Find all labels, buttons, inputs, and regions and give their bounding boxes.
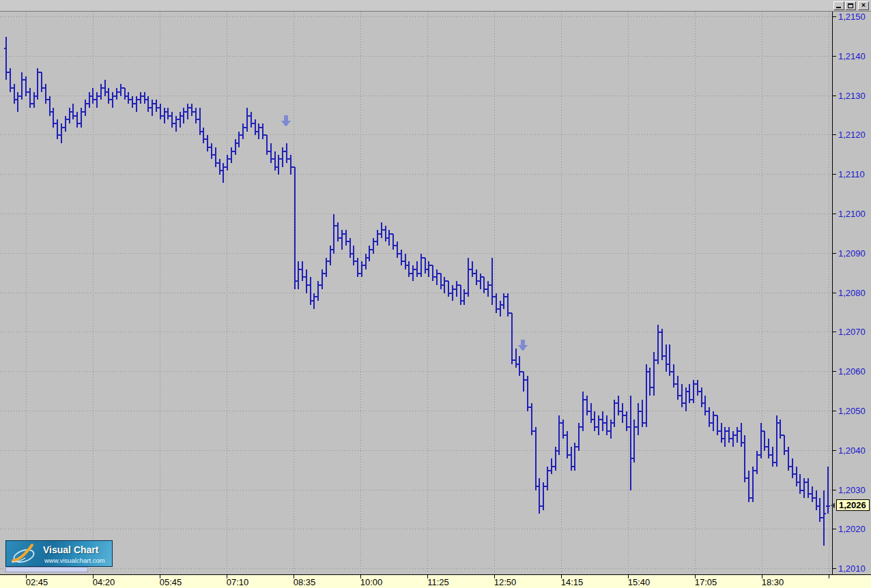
y-axis-label: 1,2140 <box>838 51 866 61</box>
x-axis-label: 02:45 <box>26 577 48 587</box>
y-axis-label: 1,2020 <box>838 524 866 534</box>
x-axis-label: 05:45 <box>160 577 182 587</box>
y-axis-label: 1,2060 <box>838 366 866 377</box>
y-axis-label: 1,2090 <box>838 248 866 259</box>
x-axis-label: 14:15 <box>561 577 584 587</box>
y-axis-label: 1,2010 <box>838 563 866 574</box>
last-price-box: 1,2026 <box>836 499 870 511</box>
x-axis-label: 10:00 <box>360 577 383 587</box>
x-axis-label: 12:50 <box>494 577 517 587</box>
y-axis-label: 1,2070 <box>838 327 866 337</box>
logo-stub-bar <box>5 567 88 572</box>
y-axis-label: 1,2150 <box>838 12 866 22</box>
x-axis-label: 18:30 <box>762 577 784 587</box>
x-axis-label: 11:25 <box>427 577 449 587</box>
y-axis-label: 1,2110 <box>838 169 865 179</box>
y-axis-label: 1,2030 <box>838 485 866 495</box>
x-axis-label: 08:35 <box>294 577 316 587</box>
y-axis-label: 1,2040 <box>838 445 866 456</box>
y-axis-label: 1,2080 <box>838 288 866 298</box>
visual-chart-swoosh-icon <box>8 542 42 565</box>
x-axis-label: 17:05 <box>695 577 717 587</box>
price-chart-canvas[interactable]: 1,21501,21401,21301,21201,21101,21001,20… <box>0 0 871 588</box>
x-axis-label: 07:10 <box>227 577 249 587</box>
visual-chart-logo[interactable]: Visual Chart www.visualchart.com <box>5 540 113 567</box>
x-axis-label: 04:20 <box>93 577 115 587</box>
y-axis-label: 1,2120 <box>838 130 866 140</box>
logo-url: www.visualchart.com <box>44 557 105 564</box>
x-axis-label: 15:40 <box>628 577 651 587</box>
y-axis-label: 1,2050 <box>838 406 866 416</box>
logo-title: Visual Chart <box>43 544 98 555</box>
y-axis-label: 1,2100 <box>838 209 866 219</box>
last-price-marker <box>831 503 835 508</box>
y-axis-label: 1,2130 <box>838 91 866 101</box>
